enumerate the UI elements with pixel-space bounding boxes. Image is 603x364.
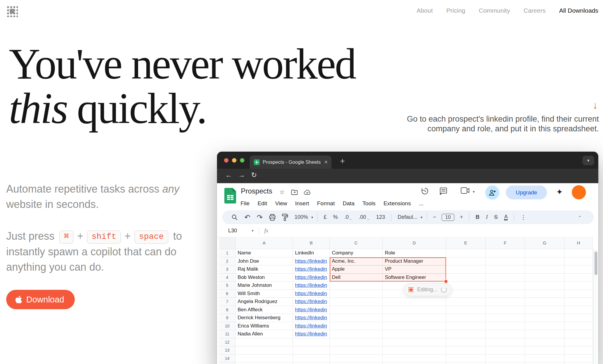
menu-insert[interactable]: Insert [295,200,309,207]
cell-A13[interactable] [236,346,293,355]
cell-H11[interactable] [564,330,593,338]
cell-D11[interactable] [383,330,446,338]
undo-icon[interactable]: ↶ [244,213,250,221]
cell-C15[interactable] [330,363,383,364]
column-header-D[interactable]: D [383,237,446,249]
search-icon[interactable] [231,214,238,221]
row-header-12[interactable]: 12 [219,338,236,347]
cell-B3[interactable]: https://linkedin [293,265,330,274]
cell-A3[interactable]: Raj Malik [236,265,293,274]
cell-B2[interactable]: https://linkedin [293,257,330,266]
menu-edit[interactable]: Edit [258,200,267,207]
cell-B9[interactable]: https://linkedin [293,314,330,322]
cell-E10[interactable] [446,322,486,330]
row-header-15[interactable]: 15 [219,363,236,364]
cell-G14[interactable] [525,355,564,363]
name-box-caret[interactable]: ▾ [252,229,254,233]
cell-B5[interactable]: https://linkedin [293,282,330,290]
tab-search-button[interactable]: ▾ [582,156,594,165]
upgrade-button[interactable]: Upgrade [506,186,547,199]
menu-data[interactable]: Data [343,200,354,207]
cell-A1[interactable]: Name [236,249,293,257]
cell-H1[interactable] [564,249,593,257]
zoom-caret[interactable]: ▾ [311,215,313,219]
cell-G9[interactable] [525,314,564,322]
cell-G15[interactable] [525,363,564,364]
row-header-8[interactable]: 8 [219,306,236,314]
move-folder-icon[interactable] [291,190,298,195]
column-header-H[interactable]: H [564,237,593,249]
cell-H6[interactable] [564,290,593,298]
cell-C1[interactable]: Company [330,249,383,257]
forward-button[interactable]: → [238,171,245,179]
reload-button[interactable]: ↻ [251,171,257,179]
row-header-11[interactable]: 11 [219,330,236,338]
cell-E11[interactable] [446,330,486,338]
row-header-4[interactable]: 4 [219,274,236,282]
nav-item-pricing[interactable]: Pricing [446,7,465,14]
font-size-value[interactable]: 10 [442,214,454,221]
cell-B4[interactable]: https://linkedin [293,274,330,282]
currency-format-button[interactable]: £ [324,214,327,220]
cell-F15[interactable] [486,363,525,364]
cell-A7[interactable]: Angela Rodriguez [236,298,293,306]
cell-H5[interactable] [564,282,593,290]
nav-item-about[interactable]: About [417,7,433,14]
cell-F9[interactable] [486,314,525,322]
meet-camera-icon[interactable] [461,187,470,194]
cell-C13[interactable] [330,346,383,355]
more-options-icon[interactable]: ⋮ [520,214,526,221]
cell-A12[interactable] [236,338,293,347]
column-header-A[interactable]: A [236,237,293,249]
cell-D15[interactable] [383,363,446,364]
cell-B8[interactable]: https://linkedin [293,306,330,314]
cell-C5[interactable] [330,282,383,290]
browser-tab[interactable]: Prospects - Google Sheets ✕ [250,155,332,169]
share-button[interactable] [485,186,499,200]
cell-F12[interactable] [486,338,525,347]
cell-D14[interactable] [383,355,446,363]
menu-[interactable]: ... [419,200,423,207]
column-header-G[interactable]: G [525,237,564,249]
cell-F3[interactable] [486,265,525,274]
cell-H10[interactable] [564,322,593,330]
redo-icon[interactable]: ↷ [257,213,263,221]
cell-B1[interactable]: LinkedIn [293,249,330,257]
row-header-13[interactable]: 13 [219,346,236,355]
italic-button[interactable]: I [486,214,488,220]
cell-E9[interactable] [446,314,486,322]
cell-B14[interactable] [293,355,330,363]
cell-C9[interactable] [330,314,383,322]
cell-F13[interactable] [486,346,525,355]
cell-G2[interactable] [525,257,564,266]
cell-C10[interactable] [330,322,383,330]
cell-G5[interactable] [525,282,564,290]
star-icon[interactable]: ☆ [279,188,285,196]
nav-item-careers[interactable]: Careers [524,7,546,14]
cell-H8[interactable] [564,306,593,314]
cell-D8[interactable] [383,306,446,314]
row-header-3[interactable]: 3 [219,265,236,274]
font-caret[interactable]: ▾ [420,215,422,219]
cell-H7[interactable] [564,298,593,306]
cell-G13[interactable] [525,346,564,355]
cell-F11[interactable] [486,330,525,338]
cell-F10[interactable] [486,322,525,330]
cell-B11[interactable]: https://linkedin [293,330,330,338]
decrease-decimal-button[interactable]: .0← [344,214,352,220]
column-header-F[interactable]: F [486,237,525,249]
cell-F5[interactable] [486,282,525,290]
cell-H12[interactable] [564,338,593,347]
brand-logo-icon[interactable] [6,5,18,17]
number-format-button[interactable]: 123 [376,214,385,220]
print-icon[interactable] [269,214,276,221]
account-avatar[interactable] [572,185,586,199]
cell-F8[interactable] [486,306,525,314]
cell-G7[interactable] [525,298,564,306]
cell-A15[interactable] [236,363,293,364]
new-tab-button[interactable]: + [340,157,345,165]
cell-E1[interactable] [446,249,486,257]
cell-D13[interactable] [383,346,446,355]
traffic-light-maximize[interactable] [240,158,244,163]
cell-G3[interactable] [525,265,564,274]
